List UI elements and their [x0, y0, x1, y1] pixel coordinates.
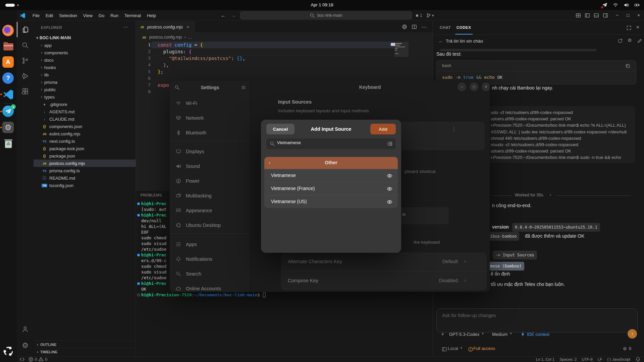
toggle-sidebar-icon[interactable]: [585, 13, 590, 18]
encoding[interactable]: UTF-8: [582, 357, 593, 361]
titlebar-problem-indicator[interactable]: 1: [416, 11, 422, 19]
dock-item-software[interactable]: A: [2, 56, 14, 68]
dock-item-vscode[interactable]: [2, 88, 14, 101]
tree-folder-public[interactable]: ›public: [34, 86, 136, 93]
access-level[interactable]: Full access: [473, 346, 495, 351]
close-panel-icon[interactable]: ×: [636, 24, 639, 30]
dock-item-settings[interactable]: ⚙: [2, 122, 14, 134]
extensions-icon[interactable]: [17, 84, 34, 99]
settings-nav-sound[interactable]: Sound: [172, 159, 248, 174]
code-content[interactable]: sudo -n true && echo OK: [442, 75, 502, 80]
search-icon[interactable]: [17, 38, 34, 53]
settings-nav-online-accounts[interactable]: Online Accounts: [172, 281, 248, 292]
source-control-icon[interactable]: [17, 53, 34, 68]
settings-nav-wi-fi[interactable]: Wi-Fi: [172, 96, 248, 111]
nav-back-icon[interactable]: ←: [221, 10, 226, 21]
notifications-bell-icon[interactable]: [635, 357, 641, 362]
tree-folder-types[interactable]: ›types: [34, 93, 136, 101]
remote-indicator[interactable]: [19, 357, 25, 362]
back-icon[interactable]: ←: [438, 38, 443, 44]
menu-terminal[interactable]: Terminal: [121, 13, 144, 18]
tree-folder-components[interactable]: ›components: [34, 49, 136, 56]
accounts-icon[interactable]: [17, 321, 34, 337]
clear-search-icon[interactable]: [387, 141, 392, 146]
eol[interactable]: LF: [598, 357, 602, 361]
row-alternate-characters-key[interactable]: Alternate Characters KeyDefault›: [281, 252, 487, 271]
command-center[interactable]: boc-link-main: [240, 11, 412, 19]
result-vietnamese-us-[interactable]: Vietnamese (US): [264, 195, 398, 208]
tree-root[interactable]: ▾BOC-LINK-MAIN: [34, 34, 136, 42]
tab-codex[interactable]: CODEX: [457, 25, 471, 29]
tab-chat[interactable]: CHAT: [440, 25, 451, 29]
settings-nav-power[interactable]: Power: [172, 174, 248, 188]
battery-status-icon[interactable]: [634, 2, 640, 8]
timeline-section[interactable]: ›TIMELINE: [34, 348, 136, 355]
preview-eye-icon[interactable]: [387, 173, 392, 179]
problems-status[interactable]: 0 0: [28, 357, 47, 362]
run-debug-icon[interactable]: [17, 68, 34, 84]
language-mode[interactable]: { }JavaScript: [607, 357, 630, 361]
menu-edit[interactable]: Edit: [43, 13, 56, 18]
minimize-icon[interactable]: −: [458, 82, 466, 91]
tree-folder-hooks[interactable]: ›hooks: [34, 64, 136, 71]
toggle-panel-icon[interactable]: [594, 13, 599, 18]
explorer-more-icon[interactable]: ⋯: [123, 24, 128, 29]
menu-file[interactable]: File: [30, 13, 43, 18]
settings-nav-multitasking[interactable]: Multitasking: [172, 188, 248, 203]
settings-nav-apps[interactable]: Apps: [172, 237, 248, 252]
send-button[interactable]: ↑: [628, 329, 637, 339]
close-icon[interactable]: ×: [482, 82, 490, 91]
tree-file-prisma.config.ts[interactable]: TSprisma.config.ts: [34, 167, 136, 174]
codex-editor-icon[interactable]: [402, 24, 407, 29]
new-chat-icon[interactable]: [637, 38, 642, 44]
result-vietnamese[interactable]: Vietnamese: [264, 169, 398, 182]
tree-file-README.md[interactable]: ⓘREADME.md: [34, 174, 136, 182]
code-line-1[interactable]: 1const config = {: [136, 42, 394, 48]
menu-selection[interactable]: Selection: [56, 13, 80, 18]
tree-file-.gitignore[interactable]: ♦.gitignore: [34, 101, 136, 108]
manage-gear-icon[interactable]: ⚙: [17, 338, 34, 353]
tree-file-tsconfig.json[interactable]: TStsconfig.json: [34, 182, 136, 189]
settings-nav-search[interactable]: Search: [172, 266, 248, 281]
menu-run[interactable]: Run: [107, 13, 121, 18]
dock-item-help[interactable]: ?: [2, 72, 14, 84]
history-icon[interactable]: [618, 38, 623, 44]
tree-file-components.json[interactable]: {}components.json: [34, 123, 136, 130]
system-tray[interactable]: [602, 0, 640, 10]
log-block[interactable]: udo -cf /etc/sudoers.d/99-codex-nopasswd…: [485, 106, 635, 163]
indentation[interactable]: Spaces: 2: [559, 357, 577, 361]
tree-file-package-lock.json[interactable]: {}package-lock.json: [34, 145, 136, 152]
settings-gear-icon[interactable]: ⚙: [628, 38, 632, 43]
menu-go[interactable]: Go: [96, 13, 107, 18]
explorer-icon[interactable]: [17, 22, 34, 37]
toggle-secondary-sidebar-icon[interactable]: [603, 13, 608, 18]
code-line-4[interactable]: 4 },: [136, 62, 394, 68]
model-picker[interactable]: GPT-5.3-Codex: [449, 332, 479, 337]
dock-item-files[interactable]: [2, 40, 14, 52]
maximize-icon[interactable]: □: [623, 10, 633, 21]
minimap[interactable]: [394, 42, 409, 74]
worked-label[interactable]: Worked for 35s: [515, 193, 543, 197]
attach-plus-icon[interactable]: +: [441, 331, 444, 337]
outline-section[interactable]: ›OUTLINE: [34, 341, 136, 348]
minimize-icon[interactable]: −: [612, 10, 623, 21]
menu-help[interactable]: Help: [144, 13, 159, 18]
dock-item-firefox[interactable]: [2, 25, 14, 37]
wifi-status-icon[interactable]: [613, 2, 619, 8]
row-compose-key[interactable]: Compose KeyDisabled›: [281, 272, 487, 290]
tree-folder-docs[interactable]: ›docs: [34, 56, 136, 64]
code-line-5[interactable]: 5};: [136, 68, 394, 75]
preview-eye-icon[interactable]: [387, 199, 392, 205]
editor-more-icon[interactable]: ⋯: [421, 24, 427, 30]
settings-nav-ubuntu-desktop[interactable]: Ubuntu Desktop: [172, 218, 248, 233]
settings-nav-notifications[interactable]: Notifications: [172, 252, 248, 266]
volume-status-icon[interactable]: [624, 2, 629, 8]
settings-nav-displays[interactable]: Displays: [172, 144, 248, 159]
expand-panel-icon[interactable]: [626, 25, 632, 31]
followup-input[interactable]: [442, 313, 623, 318]
tab-problems[interactable]: PROBLEMS: [141, 193, 162, 197]
tree-folder-prisma[interactable]: ›prisma: [34, 78, 136, 86]
split-editor-icon[interactable]: [412, 24, 417, 29]
add-button[interactable]: Add: [370, 124, 396, 134]
tree-file-next.config.ts[interactable]: TSnext.config.ts: [34, 137, 136, 145]
